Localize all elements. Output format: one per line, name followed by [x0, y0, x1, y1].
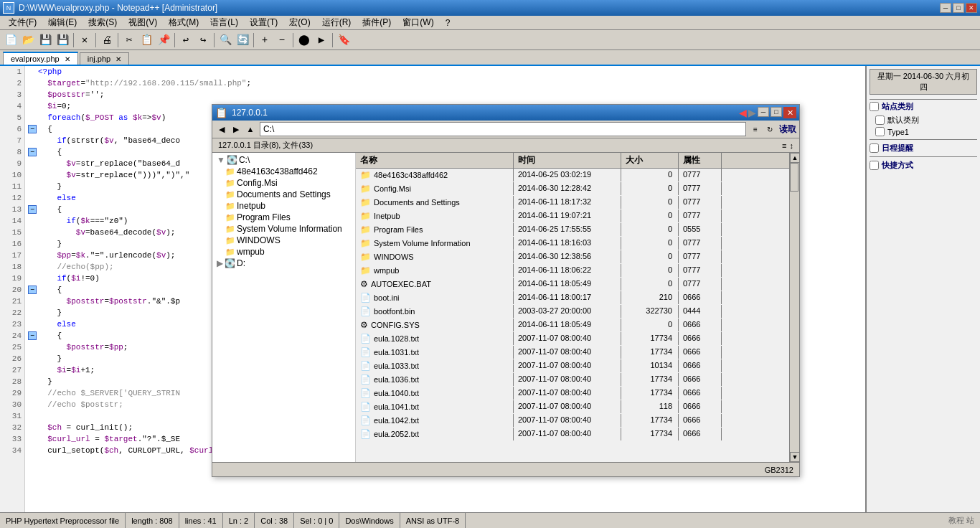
find-icon[interactable]: 🔍 [217, 32, 233, 48]
fold-marker-8[interactable]: − [28, 148, 37, 156]
zoom-in-icon[interactable]: + [257, 32, 273, 48]
fm-tree-drive-c[interactable]: ▼ 💽 C:\ [214, 154, 354, 166]
fm-tree-drive-d[interactable]: ▶ 💽 D: [214, 258, 354, 269]
fm-file-row[interactable]: ⚙CONFIG.SYS2014-06-11 18:05:4900666 [356, 319, 789, 332]
fold-marker-6[interactable]: − [28, 125, 37, 133]
fm-tree-folder-4[interactable]: 📁 Inetpub [214, 200, 354, 212]
fm-nav-left[interactable]: ◀ [739, 107, 747, 118]
fm-file-row[interactable]: 📁Config.Msi2014-06-30 12:28:4200777 [356, 182, 789, 196]
tab-evalproxy[interactable]: evalproxy.php ✕ [3, 52, 78, 65]
macro-icon[interactable]: ⬤ [296, 32, 312, 48]
fm-tree-folder-3[interactable]: 📁 Documents and Settings [214, 189, 354, 200]
fm-file-row[interactable]: 📁Documents and Settings2014-06-11 18:17:… [356, 196, 789, 209]
fm-file-row[interactable]: 📁System Volume Information2014-06-11 18:… [356, 237, 789, 250]
fm-maximize[interactable]: □ [771, 107, 782, 117]
fm-tree-folder-6[interactable]: 📁 System Volume Information [214, 223, 354, 235]
bookmark-icon[interactable]: 🔖 [336, 32, 352, 48]
fm-tree-folder-1[interactable]: 📁 48e4163c438affd462 [214, 166, 354, 177]
fm-file-row[interactable]: 📄eula.1042.txt2007-11-07 08:00:401773406… [356, 414, 789, 428]
paste-icon[interactable]: 📌 [156, 32, 171, 48]
fm-tree-folder-7[interactable]: 📁 WINDOWS [214, 235, 354, 246]
fm-nav-right[interactable]: ▶ [748, 107, 756, 118]
maximize-button[interactable]: □ [953, 3, 964, 13]
fm-back-icon[interactable]: ◀ [215, 123, 228, 136]
fold-marker-13[interactable]: − [28, 205, 37, 214]
fm-refresh-icon[interactable]: ↻ [763, 123, 776, 136]
fm-file-row[interactable]: 📄boot.ini2014-06-11 18:00:172100666 [356, 291, 789, 305]
fm-file-row[interactable]: 📁48e4163c438affd4622014-06-25 03:02:1900… [356, 169, 789, 182]
fm-scroll-up[interactable]: ▲ [790, 153, 799, 163]
fm-close[interactable]: ✕ [783, 107, 796, 118]
fm-up-icon[interactable]: ▲ [244, 123, 257, 136]
fm-file-row[interactable]: 📄eula.1033.txt2007-11-07 08:00:401013406… [356, 359, 789, 373]
menu-format[interactable]: 格式(M) [163, 15, 204, 30]
cut-icon[interactable]: ✂ [121, 32, 137, 48]
rp-checkbox-reminder[interactable] [870, 143, 879, 153]
menu-search[interactable]: 搜索(S) [83, 15, 123, 30]
minimize-button[interactable]: ─ [940, 3, 951, 13]
fm-view-mode-icon[interactable]: ≡ [782, 141, 786, 150]
run-icon[interactable]: ▶ [314, 32, 329, 48]
fm-col-name-header[interactable]: 名称 [356, 153, 514, 168]
print-icon[interactable]: 🖨 [99, 32, 115, 48]
open-icon[interactable]: 📂 [20, 32, 36, 48]
fm-scroll-track[interactable] [790, 163, 799, 452]
fm-file-row[interactable]: 📄eula.1031.txt2007-11-07 08:00:401773406… [356, 346, 789, 359]
fold-marker-20[interactable]: − [28, 286, 37, 294]
fm-file-row[interactable]: 📁wmpub2014-06-11 18:06:2200777 [356, 264, 789, 278]
fm-file-row[interactable]: 📁Program Files2014-06-25 17:55:5500555 [356, 223, 789, 237]
redo-icon[interactable]: ↪ [195, 32, 211, 48]
fm-file-row[interactable]: 📄eula.1040.txt2007-11-07 08:00:401773406… [356, 387, 789, 400]
new-icon[interactable]: 📄 [3, 32, 19, 48]
save-icon[interactable]: 💾 [37, 32, 53, 48]
menu-window[interactable]: 窗口(W) [397, 15, 439, 30]
menu-help[interactable]: ? [440, 16, 456, 29]
menu-view[interactable]: 视图(V) [123, 15, 163, 30]
menu-plugins[interactable]: 插件(P) [357, 15, 397, 30]
close-button[interactable]: ✕ [966, 3, 977, 13]
fm-file-row[interactable]: 📄eula.1041.txt2007-11-07 08:00:401180666 [356, 400, 789, 414]
fm-tree[interactable]: ▼ 💽 C:\ 📁 48e4163c438affd462 📁 Config.Ms… [212, 153, 356, 462]
fm-col-time-header[interactable]: 时间 [514, 153, 621, 168]
copy-icon[interactable]: 📋 [138, 32, 154, 48]
rp-checkbox-default[interactable] [875, 116, 885, 125]
menu-edit[interactable]: 编辑(E) [42, 15, 83, 30]
tab-evalproxy-close[interactable]: ✕ [65, 55, 70, 63]
title-bar-buttons[interactable]: ─ □ ✕ [940, 3, 977, 13]
fm-file-row[interactable]: 📁WINDOWS2014-06-30 12:38:5600777 [356, 250, 789, 264]
fm-file-list[interactable]: 📁48e4163c438affd4622014-06-25 03:02:1900… [356, 169, 789, 462]
rp-checkbox-expand[interactable] [870, 102, 879, 111]
fm-file-row[interactable]: ⚙AUTOEXEC.BAT2014-06-11 18:05:4900777 [356, 278, 789, 291]
menu-file[interactable]: 文件(F) [3, 15, 42, 30]
fm-address-bar[interactable]: C:\ [260, 122, 746, 136]
undo-icon[interactable]: ↩ [178, 32, 194, 48]
fold-marker-24[interactable]: − [28, 331, 37, 340]
fm-file-row[interactable]: 📄bootfont.bin2003-03-27 20:00:0032273004… [356, 305, 789, 319]
fm-scroll-down[interactable]: ▼ [790, 452, 799, 462]
fm-tree-folder-2[interactable]: 📁 Config.Msi [214, 177, 354, 189]
fm-minimize[interactable]: ─ [758, 107, 769, 117]
fm-file-row[interactable]: 📄eula.1036.txt2007-11-07 08:00:401773406… [356, 373, 789, 387]
zoom-out-icon[interactable]: − [274, 32, 290, 48]
fm-title-buttons[interactable]: ◀ ▶ ─ □ ✕ [739, 107, 796, 118]
menu-language[interactable]: 语言(L) [204, 15, 244, 30]
rp-checkbox-type1[interactable] [875, 127, 885, 136]
fm-sort-icon[interactable]: ↕ [790, 141, 794, 150]
menu-macro[interactable]: 宏(O) [283, 15, 316, 30]
fm-col-size-header[interactable]: 大小 [621, 153, 679, 168]
fm-forward-icon[interactable]: ▶ [230, 123, 242, 136]
fm-scrollbar[interactable]: ▲ ▼ [789, 153, 799, 462]
close-icon[interactable]: ✕ [77, 32, 93, 48]
fm-tree-folder-5[interactable]: 📁 Program Files [214, 212, 354, 223]
save-all-icon[interactable]: 💾 [55, 32, 70, 48]
fm-col-attr-header[interactable]: 属性 [679, 153, 722, 168]
tab-inj-close[interactable]: ✕ [116, 55, 121, 63]
fm-file-row[interactable]: 📄eula.1028.txt2007-11-07 08:00:401773406… [356, 332, 789, 346]
rp-checkbox-shortcut[interactable] [870, 161, 879, 170]
fm-view-icon[interactable]: ≡ [749, 123, 762, 136]
menu-settings[interactable]: 设置(T) [244, 15, 283, 30]
menu-run[interactable]: 运行(R) [316, 15, 357, 30]
fm-scroll-thumb[interactable] [790, 163, 798, 192]
fm-file-row[interactable]: 📁Inetpub2014-06-11 19:07:2100777 [356, 209, 789, 223]
replace-icon[interactable]: 🔄 [235, 32, 250, 48]
